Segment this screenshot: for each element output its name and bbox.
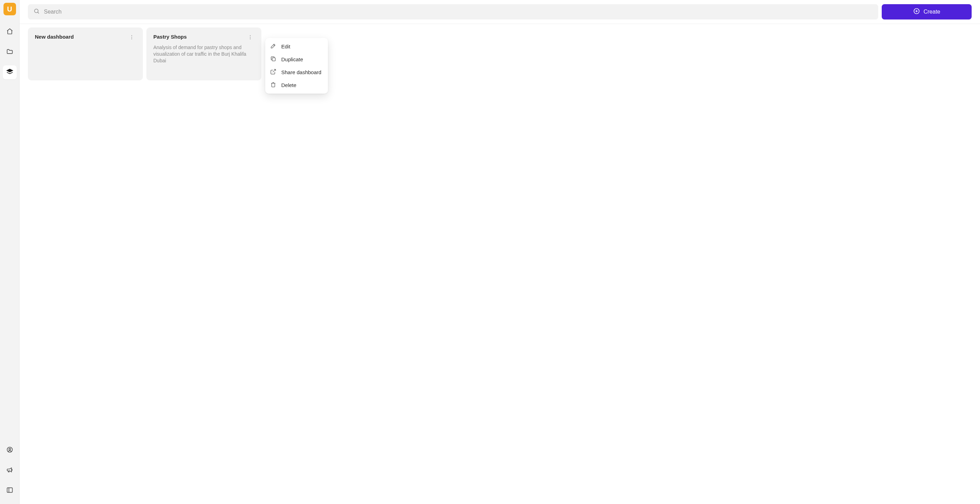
svg-line-5	[38, 12, 39, 13]
app-logo-letter: U	[7, 5, 12, 13]
search-input[interactable]	[44, 9, 873, 15]
svg-point-10	[131, 37, 132, 38]
trash-icon	[270, 81, 276, 89]
app-logo[interactable]: U	[3, 3, 16, 15]
svg-point-1	[9, 448, 10, 450]
create-button-label: Create	[924, 9, 940, 15]
panel-left-icon	[6, 487, 13, 495]
dashboard-card[interactable]: New dashboard	[28, 27, 143, 81]
menu-item-label: Share dashboard	[281, 69, 321, 75]
card-menu-button[interactable]	[246, 34, 255, 42]
card-menu-button[interactable]	[127, 34, 136, 42]
nav-home[interactable]	[3, 25, 17, 39]
card-header: Pastry Shops	[153, 34, 255, 42]
svg-point-11	[131, 39, 132, 39]
copy-icon	[270, 56, 276, 63]
search-box[interactable]	[28, 4, 878, 19]
menu-item-label: Edit	[281, 43, 290, 49]
create-button[interactable]: Create	[882, 4, 972, 19]
menu-item-edit[interactable]: Edit	[265, 40, 328, 53]
kebab-icon	[129, 35, 135, 41]
megaphone-icon	[6, 466, 13, 475]
sidebar: U	[0, 0, 19, 504]
nav-announcements[interactable]	[3, 464, 17, 477]
card-title: Pastry Shops	[153, 34, 187, 40]
app-root: U	[0, 0, 980, 504]
menu-item-label: Delete	[281, 82, 296, 88]
svg-rect-15	[272, 58, 275, 61]
menu-item-duplicate[interactable]: Duplicate	[265, 53, 328, 66]
nav-panel-toggle[interactable]	[3, 484, 17, 498]
card-description: Analysis of demand for pastry shops and …	[153, 44, 255, 64]
context-menu: Edit Duplicate Share dashboard	[265, 38, 328, 94]
menu-item-label: Duplicate	[281, 56, 303, 62]
home-icon	[6, 28, 13, 36]
pencil-icon	[270, 43, 276, 50]
nav-dashboards[interactable]	[3, 65, 17, 79]
plus-circle-icon	[913, 8, 920, 16]
layers-icon	[6, 68, 13, 76]
sidebar-bottom	[3, 444, 17, 501]
svg-point-14	[250, 39, 251, 39]
folder-icon	[6, 48, 13, 56]
sidebar-top: U	[3, 3, 17, 79]
svg-point-9	[131, 35, 132, 36]
main-area: Create New dashboard Pastry Shops	[19, 0, 980, 504]
dashboard-card[interactable]: Pastry Shops Analysis of demand for past…	[146, 27, 261, 81]
nav-account[interactable]	[3, 444, 17, 457]
user-circle-icon	[6, 446, 13, 455]
svg-point-12	[250, 35, 251, 36]
svg-rect-2	[7, 488, 12, 492]
search-icon	[33, 8, 44, 16]
svg-point-13	[250, 37, 251, 38]
menu-item-share[interactable]: Share dashboard	[265, 66, 328, 79]
card-title: New dashboard	[35, 34, 74, 40]
card-header: New dashboard	[35, 34, 136, 42]
topbar: Create	[19, 0, 980, 24]
menu-item-delete[interactable]: Delete	[265, 79, 328, 92]
nav-folder[interactable]	[3, 45, 17, 59]
external-link-icon	[270, 68, 276, 76]
svg-point-4	[35, 9, 38, 13]
kebab-icon	[247, 35, 253, 41]
dashboard-grid: New dashboard Pastry Shops	[19, 24, 980, 504]
